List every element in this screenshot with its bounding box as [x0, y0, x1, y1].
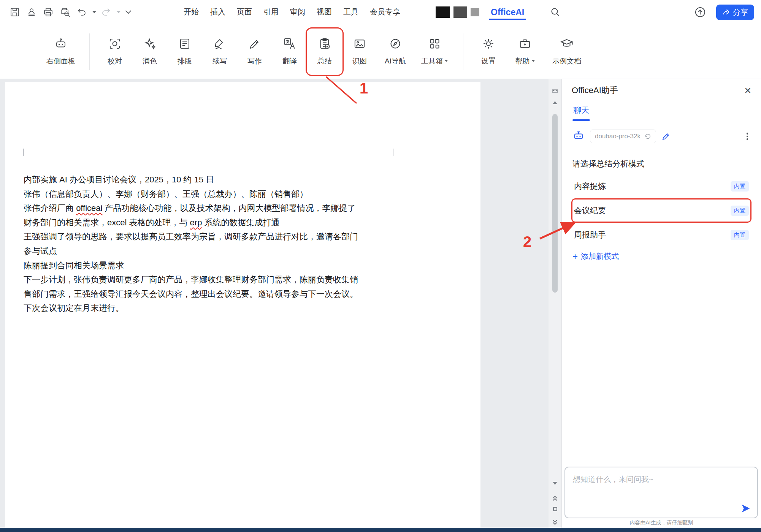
document-area: 内部实施 AI 办公项目讨论会议，2025，10 约 15 日 张伟（信息部负责…	[0, 79, 549, 528]
menu-bar: 开始 插入 页面 引用 审阅 视图 工具 会员专享 OfficeAI 分享	[0, 0, 761, 24]
save-icon[interactable]	[8, 4, 22, 21]
send-icon[interactable]	[740, 503, 751, 514]
pen-wave-icon	[213, 37, 226, 52]
doc-line: 王强强调了领导的思路，要求以提高员工效率为宗旨，调研多款产品进行对比，邀请各部门	[24, 230, 415, 244]
ribbon-button-label: 写作	[247, 56, 262, 66]
polish-button[interactable]: 润色	[132, 29, 167, 74]
toolbox-button[interactable]: 工具箱	[414, 29, 455, 74]
document-text: 内部实施 AI 办公项目讨论会议，2025，10 约 15 日 张伟（信息部负责…	[24, 173, 415, 315]
margin-crop-mark	[393, 149, 401, 156]
ribbon-button-label: 帮助	[515, 56, 530, 66]
redacted-area	[436, 6, 479, 18]
gear-icon	[482, 37, 495, 52]
bottom-status-bar	[0, 528, 761, 532]
search-icon[interactable]	[548, 4, 563, 21]
proofread-button[interactable]: 校对	[97, 29, 132, 74]
mode-content-refine[interactable]: 内容提炼 内置	[572, 175, 750, 197]
scroll-up-arrow[interactable]	[549, 101, 561, 104]
undo-dropdown-caret[interactable]	[91, 4, 97, 21]
mode-weekly-report[interactable]: 周报助手 内置	[572, 224, 750, 246]
chat-input-box	[564, 467, 758, 518]
compass-icon	[389, 37, 402, 52]
chevron-down-icon	[532, 60, 535, 62]
assistant-robot-icon	[572, 130, 585, 143]
doc-line: 陈丽提到合同相关场景需求	[24, 258, 415, 273]
print-preview-icon[interactable]	[58, 4, 72, 21]
help-kit-icon	[518, 37, 531, 52]
select-browse-object-icon[interactable]	[549, 507, 561, 511]
builtin-badge: 内置	[731, 230, 749, 240]
ribbon-button-label: 翻译	[282, 56, 297, 66]
app-window: 开始 插入 页面 引用 审阅 视图 工具 会员专享 OfficeAI 分享	[0, 0, 761, 532]
continue-writing-button[interactable]: 续写	[202, 29, 237, 74]
panel-title: OfficeAI助手	[572, 85, 618, 96]
kebab-menu-icon[interactable]	[744, 130, 751, 143]
add-mode-button[interactable]: + 添加新模式	[572, 251, 619, 261]
proofread-icon	[108, 37, 121, 52]
menu-item-reference[interactable]: 引用	[258, 2, 284, 22]
tab-chat[interactable]: 聊天	[572, 102, 590, 121]
scroll-down-arrow[interactable]	[549, 482, 561, 485]
menu-item-view[interactable]: 视图	[311, 2, 338, 22]
previous-page-icon[interactable]	[549, 495, 561, 502]
writing-button[interactable]: 写作	[237, 29, 272, 74]
upload-icon[interactable]	[693, 5, 708, 20]
ruler-toggle-icon[interactable]	[549, 87, 561, 95]
edit-model-icon[interactable]	[661, 132, 671, 141]
chevron-down-icon	[445, 60, 448, 62]
ribbon-button-label: 续写	[212, 56, 227, 66]
close-icon[interactable]: ×	[744, 85, 751, 96]
plus-icon: +	[572, 252, 578, 261]
menu-item-tools[interactable]: 工具	[338, 2, 364, 22]
toolbox-grid-icon	[428, 37, 441, 52]
model-selector[interactable]: doubao-pro-32k	[590, 130, 656, 143]
mode-meeting-minutes[interactable]: 会议纪要 内置	[572, 200, 750, 222]
officeai-assistant-panel: OfficeAI助手 × 聊天 doubao-pro-32k 请选择总结分析模式…	[561, 79, 761, 528]
print-icon[interactable]	[41, 4, 55, 21]
summarize-button[interactable]: 总结	[307, 29, 342, 74]
ribbon-button-label: 识图	[352, 56, 367, 66]
misspelled-word: erp	[190, 218, 202, 227]
menu-item-page[interactable]: 页面	[231, 2, 258, 22]
pencil-icon	[248, 37, 261, 52]
doc-line: 张伟介绍厂商 officeai 产品功能核心功能，以及技术架构，内网大模型部署情…	[24, 201, 415, 215]
redo-icon[interactable]	[99, 4, 113, 21]
chat-input[interactable]	[565, 467, 757, 518]
settings-button[interactable]: 设置	[471, 29, 506, 74]
document-page[interactable]: 内部实施 AI 办公项目讨论会议，2025，10 约 15 日 张伟（信息部负责…	[5, 82, 480, 528]
doc-line: 下次会议初定在月末进行。	[24, 301, 415, 315]
help-button[interactable]: 帮助	[506, 29, 544, 74]
ribbon-button-label: AI导航	[385, 56, 406, 66]
sample-docs-button[interactable]: 示例文档	[544, 29, 590, 74]
sparkle-icon	[143, 37, 156, 52]
mode-label: 周报助手	[574, 230, 606, 240]
menu-item-review[interactable]: 审阅	[284, 2, 311, 22]
share-button[interactable]: 分享	[716, 5, 754, 20]
mode-label: 内容提炼	[574, 181, 606, 192]
translate-button[interactable]: 翻译	[272, 29, 307, 74]
mode-list: 内容提炼 内置 会议纪要 内置 周报助手 内置	[562, 175, 761, 246]
menu-item-member[interactable]: 会员专享	[364, 2, 406, 22]
graduation-cap-icon	[560, 37, 573, 52]
robot-icon	[54, 37, 67, 52]
officeai-ribbon: 右侧面板 校对 润色 排版 续写 写作 翻译 总结	[0, 24, 761, 79]
redo-dropdown-caret[interactable]	[116, 4, 122, 21]
image-recognition-button[interactable]: 识图	[342, 29, 377, 74]
next-page-icon[interactable]	[549, 519, 561, 526]
right-panel-button[interactable]: 右侧面板	[40, 29, 82, 74]
ribbon-divider	[89, 33, 90, 70]
ai-navigation-button[interactable]: AI导航	[377, 29, 414, 74]
stamp-icon[interactable]	[24, 4, 39, 21]
menu-item-insert[interactable]: 插入	[205, 2, 231, 22]
typeset-button[interactable]: 排版	[167, 29, 202, 74]
toolbar-more-chevron-icon[interactable]	[123, 4, 133, 21]
mode-prompt: 请选择总结分析模式	[572, 158, 750, 169]
redacted-block	[471, 8, 479, 16]
scrollbar-thumb[interactable]	[552, 114, 558, 293]
doc-line: 下一步计划，张伟负责调研更多厂商的产品，李娜收集整理财务部门需求，陈丽负责收集销	[24, 272, 415, 287]
undo-icon[interactable]	[75, 4, 89, 21]
menu-item-home[interactable]: 开始	[178, 2, 205, 22]
main-menu: 开始 插入 页面 引用 审阅 视图 工具 会员专享	[178, 2, 406, 22]
menu-item-officeai-active[interactable]: OfficeAI	[489, 4, 526, 20]
share-button-label: 分享	[733, 7, 748, 17]
